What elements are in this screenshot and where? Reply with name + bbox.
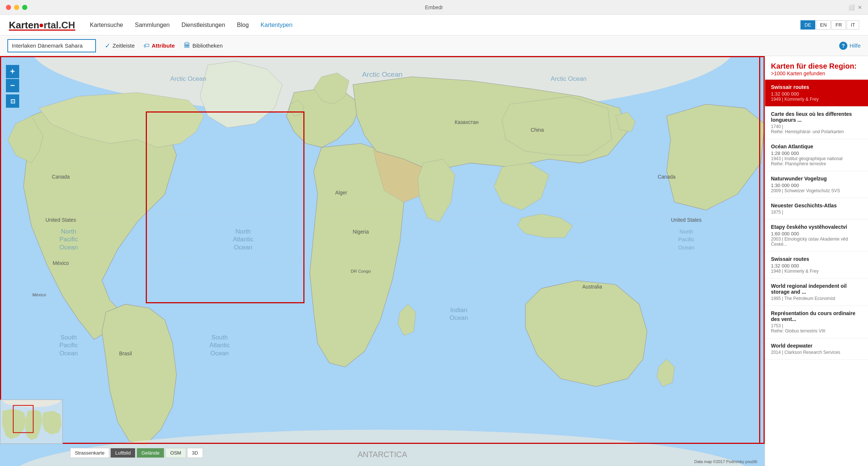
map-item-reihe-2: Reihe: Planisphère terrestre (771, 161, 862, 166)
map-result-item-6[interactable]: Swissair routes 1:32 000 000 1948 | Kümm… (765, 252, 868, 279)
svg-text:United States: United States (45, 217, 76, 223)
zoom-out-button[interactable]: − (6, 79, 19, 92)
svg-text:ANTARCTICA: ANTARCTICA (358, 450, 407, 459)
map-item-scale-6: 1:32 000 000 (771, 263, 862, 269)
logo[interactable]: Kartenrtal.CH (9, 20, 75, 31)
map-result-item-7[interactable]: World regional independent oil storage a… (765, 279, 868, 306)
map-item-title-0: Swissair routes (771, 84, 862, 90)
svg-text:China: China (531, 127, 544, 133)
svg-text:Brasil: Brasil (119, 351, 132, 356)
map-type-buttons: Strassenkarte Luftbild Gelände OSM 3D (70, 448, 203, 458)
3d-button[interactable]: 3D (187, 448, 203, 458)
window-title: Embedr (425, 4, 443, 10)
zeitleiste-button[interactable]: ✓ Zeitleiste (105, 42, 135, 50)
map-item-meta-8: 1753 | (771, 323, 862, 328)
map-item-meta-9: 2014 | Clarkson Research Services (771, 350, 862, 355)
tag-icon: 🏷 (144, 42, 149, 49)
map-item-title-4: Neuester Geschichts-Atlas (771, 203, 862, 208)
svg-text:North: North (235, 228, 251, 235)
main-area: North Pacific Ocean South Pacific Ocean … (0, 56, 868, 466)
map-item-meta-3: 2009 | Schweizer Vogelschutz SVS (771, 188, 862, 193)
map-result-item-4[interactable]: Neuester Geschichts-Atlas 1875 | (765, 198, 868, 220)
luftbild-button[interactable]: Luftbild (110, 448, 135, 458)
map-result-item-8[interactable]: Représentation du cours ordinaire des ve… (765, 306, 868, 338)
map-item-scale-0: 1:32 000 000 (771, 91, 862, 97)
close-icon[interactable]: ✕ (858, 4, 862, 10)
navbar: Kartenrtal.CH Kartensuche Sammlungen Die… (0, 15, 868, 35)
square-icon[interactable]: ⬜ (848, 4, 855, 10)
nav-kartentypen[interactable]: Kartentypen (261, 22, 292, 28)
bookmark-button[interactable]: ⊡ (6, 94, 19, 108)
nav-dienstleistungen[interactable]: Dienstleistungen (182, 22, 225, 28)
nav-kartensuche[interactable]: Kartensuche (90, 22, 123, 28)
side-panel-count: >1000 Karten gefunden (771, 70, 862, 76)
map-item-title-7: World regional independent oil storage a… (771, 283, 862, 295)
svg-text:North: North (61, 228, 76, 235)
attribute-label: Attribute (152, 42, 175, 49)
map-result-item-0[interactable]: Swissair routes 1:32 000 000 1949 | Kümm… (765, 80, 868, 107)
map-item-meta-0: 1949 | Kümmerly & Frey (771, 97, 862, 102)
osm-button[interactable]: OSM (165, 448, 186, 458)
map-area[interactable]: North Pacific Ocean South Pacific Ocean … (0, 56, 765, 466)
map-item-scale-5: 1:60 000 000 (771, 231, 862, 237)
map-item-reihe-8: Reihe: Globus terrestris VIII (771, 328, 862, 334)
svg-text:North: North (679, 229, 693, 235)
svg-text:Ocean: Ocean (450, 314, 468, 321)
lang-fr[interactable]: FR (831, 20, 846, 30)
logo-karten: Karten (9, 20, 39, 31)
map-attribution: Data map ©2017 Podmínky použití (694, 459, 757, 464)
svg-text:Ocean: Ocean (678, 245, 695, 251)
world-map: North Pacific Ocean South Pacific Ocean … (0, 56, 765, 466)
svg-text:Казахстан: Казахстан (455, 119, 479, 125)
svg-text:Atlantic: Atlantic (233, 236, 254, 243)
close-button[interactable] (6, 5, 11, 10)
map-item-scale-3: 1:30 000 000 (771, 183, 862, 188)
lang-de[interactable]: DE (800, 20, 815, 30)
map-result-item-2[interactable]: Océan Atlantique 1:28 000 000 1943 | Ins… (765, 139, 868, 171)
map-item-meta-4: 1875 | (771, 210, 862, 215)
map-item-meta-6: 1948 | Kümmerly & Frey (771, 269, 862, 274)
bibliotheken-button[interactable]: 🏛 Bibliotheken (184, 42, 223, 49)
svg-text:Ocean: Ocean (210, 350, 229, 357)
svg-text:Ocean: Ocean (234, 244, 252, 251)
map-result-item-5[interactable]: Etapy českého vystěhovalectví 1:60 000 0… (765, 220, 868, 252)
svg-text:Australia: Australia (582, 284, 602, 290)
svg-text:Indian: Indian (450, 307, 467, 314)
svg-text:Canada: Canada (658, 174, 676, 180)
svg-text:Canada: Canada (52, 174, 70, 180)
map-result-item-3[interactable]: Naturwunder Vogelzug 1:30 000 000 2009 |… (765, 171, 868, 198)
titlebar: Embedr ⬜ ✕ (0, 0, 868, 15)
gelande-button[interactable]: Gelände (137, 448, 164, 458)
map-item-scale-2: 1:28 000 000 (771, 151, 862, 156)
map-item-title-6: Swissair routes (771, 256, 862, 262)
nav-blog[interactable]: Blog (237, 22, 249, 28)
svg-text:Pacific: Pacific (678, 237, 695, 242)
map-item-title-5: Etapy českého vystěhovalectví (771, 224, 862, 230)
svg-text:Arctic Ocean: Arctic Ocean (362, 70, 402, 78)
map-item-meta-5: 2003 | Etnologický ústav Akademie věd Če… (771, 237, 862, 247)
help-label: Hilfe (850, 42, 861, 49)
attribute-button[interactable]: 🏷 Attribute (144, 42, 175, 49)
map-item-title-3: Naturwunder Vogelzug (771, 176, 862, 182)
zeitleiste-label: Zeitleiste (113, 42, 135, 49)
maximize-button[interactable] (22, 5, 27, 10)
svg-text:Pacific: Pacific (59, 342, 78, 349)
search-input[interactable] (7, 39, 96, 52)
window-action-controls: ⬜ ✕ (848, 4, 862, 10)
strassenkarte-button[interactable]: Strassenkarte (70, 448, 109, 458)
map-item-reihe-1: Reihe: Hemisphäral- und Polarkarten (771, 129, 862, 134)
map-result-item-1[interactable]: Carte des lieux où les differentes longu… (765, 107, 868, 139)
map-result-item-9[interactable]: World deepwater 2014 | Clarkson Research… (765, 338, 868, 360)
lang-it[interactable]: IT (847, 20, 859, 30)
svg-text:United States: United States (671, 217, 702, 223)
bibliotheken-label: Bibliotheken (193, 42, 223, 49)
svg-text:Atlantic: Atlantic (209, 342, 230, 349)
help-button[interactable]: ? Hilfe (839, 42, 861, 50)
logo-rtal: rtal (44, 20, 58, 31)
zoom-in-button[interactable]: + (6, 65, 19, 78)
lang-en[interactable]: EN (816, 20, 831, 30)
map-controls: + − ⊡ (6, 65, 19, 108)
nav-sammlungen[interactable]: Sammlungen (135, 22, 169, 28)
svg-text:Alger: Alger (335, 190, 347, 196)
minimize-button[interactable] (14, 5, 19, 10)
